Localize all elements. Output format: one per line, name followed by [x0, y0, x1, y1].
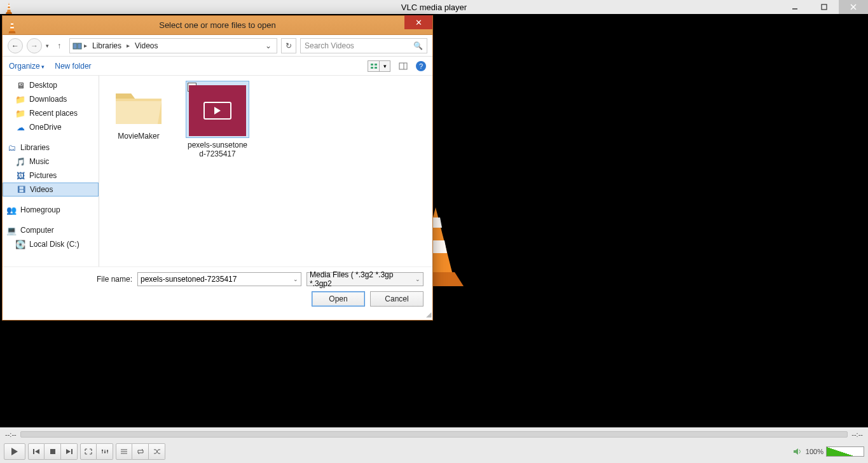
tree-label: Downloads [29, 95, 67, 104]
downloads-icon: 📁 [15, 94, 25, 104]
svg-rect-19 [10, 27, 14, 28]
time-elapsed: --:-- [5, 431, 17, 438]
volume-control: 100% [793, 446, 864, 457]
tree-onedrive[interactable]: ☁OneDrive [3, 120, 99, 134]
svg-rect-21 [78, 43, 81, 49]
svg-point-13 [104, 452, 105, 453]
ext-settings-button[interactable] [97, 443, 113, 460]
file-list[interactable]: MovieMaker ✓ pexels-sunsetone d-7235417 [99, 76, 432, 266]
chevron-down-icon[interactable]: ⌄ [415, 276, 420, 282]
open-button[interactable]: Open [312, 291, 365, 307]
fullscreen-button[interactable] [80, 443, 97, 460]
libraries-icon: 🗂 [6, 142, 17, 153]
video-thumbnail: ✓ [186, 81, 249, 138]
seek-bar[interactable] [20, 431, 848, 438]
search-input[interactable]: Search Videos 🔍 [300, 38, 427, 53]
svg-rect-7 [50, 449, 55, 454]
preview-pane-button[interactable] [397, 60, 410, 72]
help-button[interactable]: ? [416, 61, 426, 71]
playlist-button[interactable] [116, 443, 132, 460]
new-folder-button[interactable]: New folder [55, 62, 91, 71]
svg-rect-25 [375, 67, 377, 69]
tree-libraries[interactable]: 🗂Libraries [3, 141, 99, 155]
minimize-button[interactable] [780, 0, 809, 14]
chevron-right-icon[interactable]: ▸ [127, 42, 130, 49]
tree-computer[interactable]: 💻Computer [3, 223, 99, 237]
file-item-folder[interactable]: MovieMaker [104, 81, 173, 141]
vlc-titlebar: VLC media player [0, 0, 868, 14]
tree-pictures[interactable]: 🖼Pictures [3, 169, 99, 183]
svg-rect-1 [8, 8, 11, 10]
play-icon [214, 107, 221, 114]
filename-input[interactable]: pexels-sunsetoned-7235417 ⌄ [137, 272, 301, 286]
refresh-button[interactable]: ↻ [281, 38, 296, 53]
breadcrumb[interactable]: ▸ Libraries ▸ Videos ⌄ [69, 38, 277, 53]
organize-menu[interactable]: Organize [9, 62, 45, 71]
view-mode-selector[interactable]: ▾ [368, 60, 390, 72]
next-button[interactable] [61, 443, 78, 460]
svg-rect-22 [371, 64, 373, 66]
svg-rect-18 [11, 23, 13, 24]
chevron-down-icon[interactable]: ⌄ [293, 276, 298, 282]
breadcrumb-videos[interactable]: Videos [131, 40, 162, 52]
shuffle-button[interactable] [149, 443, 165, 460]
vlc-window-title: VLC media player [401, 3, 467, 12]
tree-label: Videos [30, 185, 53, 194]
folder-icon [113, 86, 164, 127]
close-button[interactable] [839, 0, 868, 14]
loop-button[interactable] [132, 443, 149, 460]
dialog-title: Select one or more files to open [159, 20, 276, 30]
resize-grip[interactable]: ◢ [426, 310, 431, 319]
prev-button[interactable] [28, 443, 45, 460]
tree-videos[interactable]: 🎞Videos [3, 183, 99, 197]
breadcrumb-libraries[interactable]: Libraries [88, 40, 125, 52]
file-open-dialog: Select one or more files to open ✕ ← → ▾… [2, 15, 433, 321]
maximize-button[interactable] [809, 0, 839, 14]
tree-homegroup[interactable]: 👥Homegroup [3, 203, 99, 217]
search-placeholder: Search Videos [305, 41, 354, 50]
cancel-button[interactable]: Cancel [370, 291, 424, 307]
tree-desktop[interactable]: 🖥Desktop [3, 78, 99, 92]
play-button[interactable] [4, 443, 25, 460]
volume-slider[interactable] [826, 446, 864, 457]
svg-point-14 [106, 450, 107, 452]
nav-up-button[interactable]: ↑ [53, 41, 65, 50]
dialog-nav-row: ← → ▾ ↑ ▸ Libraries ▸ Videos ⌄ ↻ Search … [3, 35, 432, 57]
filetype-value: Media Files ( *.3g2 *.3gp *.3gp2 [310, 270, 415, 288]
libraries-icon [72, 41, 83, 50]
tree-label: OneDrive [29, 123, 62, 132]
disk-icon: 💽 [15, 239, 25, 249]
svg-rect-3 [822, 4, 827, 10]
file-item-video[interactable]: ✓ pexels-sunsetone d-7235417 [183, 81, 252, 159]
vlc-cone-icon [4, 2, 14, 12]
svg-rect-23 [375, 64, 377, 66]
tree-label: Homegroup [20, 205, 60, 214]
tree-music[interactable]: 🎵Music [3, 155, 99, 169]
speaker-icon[interactable] [793, 447, 803, 456]
onedrive-icon: ☁ [15, 122, 25, 132]
tree-label: Recent places [29, 109, 78, 118]
homegroup-icon: 👥 [6, 205, 17, 215]
folder-tree[interactable]: 🖥Desktop 📁Downloads 📁Recent places ☁OneD… [3, 76, 99, 266]
breadcrumb-dropdown[interactable]: ⌄ [263, 41, 274, 50]
tree-recent[interactable]: 📁Recent places [3, 106, 99, 120]
svg-rect-0 [8, 5, 10, 6]
seek-row: --:-- --:-- [0, 429, 868, 440]
tree-local-c[interactable]: 💽Local Disk (C:) [3, 237, 99, 251]
file-label: MovieMaker [104, 132, 173, 141]
chevron-right-icon[interactable]: ▸ [84, 42, 87, 49]
dialog-close-button[interactable]: ✕ [404, 15, 432, 29]
svg-rect-26 [399, 63, 407, 69]
view-dropdown-icon[interactable]: ▾ [379, 60, 390, 72]
tree-label: Pictures [29, 171, 57, 180]
nav-back-button[interactable]: ← [8, 38, 23, 53]
file-label: pexels-sunsetone d-7235417 [183, 141, 252, 159]
dialog-titlebar: Select one or more files to open ✕ [3, 16, 432, 35]
dialog-bottom: File name: pexels-sunsetoned-7235417 ⌄ M… [3, 266, 432, 317]
tree-downloads[interactable]: 📁Downloads [3, 92, 99, 106]
tree-label: Desktop [29, 81, 57, 90]
view-thumbnails-icon[interactable] [368, 60, 379, 72]
nav-forward-button[interactable]: → [27, 38, 42, 53]
stop-button[interactable] [45, 443, 61, 460]
filetype-select[interactable]: Media Files ( *.3g2 *.3gp *.3gp2 ⌄ [307, 272, 424, 286]
